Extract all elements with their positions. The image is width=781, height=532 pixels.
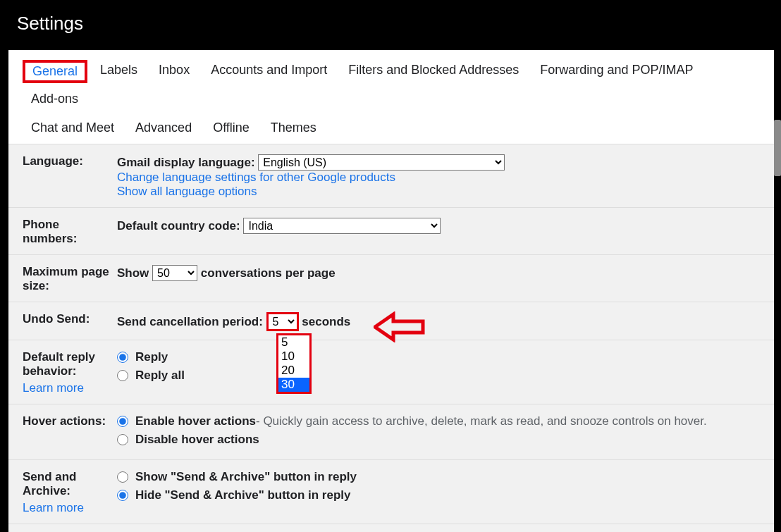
- radio-enable-hover-label: Enable hover actions: [135, 414, 256, 428]
- display-language-label: Gmail display language:: [117, 156, 255, 169]
- tabs-row-2: Chat and Meet Advanced Offline Themes: [8, 115, 774, 144]
- tab-chat-meet[interactable]: Chat and Meet: [23, 118, 123, 138]
- radio-hide-send-archive-label: Hide "Send & Archive" button in reply: [135, 488, 350, 502]
- tab-advanced[interactable]: Advanced: [127, 118, 200, 138]
- tab-labels[interactable]: Labels: [92, 60, 146, 83]
- settings-body: Language: Gmail display language: Englis…: [8, 144, 774, 532]
- tab-addons[interactable]: Add-ons: [23, 89, 87, 109]
- label-phone: Phone numbers:: [23, 218, 117, 246]
- undo-option-10[interactable]: 10: [278, 349, 309, 364]
- undo-period-dropdown-open: 5 10 20 30: [276, 333, 312, 394]
- undo-period-select[interactable]: 5: [266, 312, 299, 331]
- pagesize-select[interactable]: 50: [152, 265, 197, 281]
- settings-panel: General Labels Inbox Accounts and Import…: [8, 50, 774, 532]
- undo-option-20[interactable]: 20: [278, 364, 309, 378]
- hover-desc: - Quickly gain access to archive, delete…: [256, 414, 707, 428]
- row-default-reply: Default reply behavior: Learn more Reply…: [8, 340, 774, 404]
- row-send-archive: Send and Archive: Learn more Show "Send …: [8, 460, 774, 524]
- radio-hide-send-archive[interactable]: [117, 490, 128, 501]
- row-language: Language: Gmail display language: Englis…: [8, 144, 774, 208]
- label-send-archive: Send and Archive: Learn more: [23, 470, 117, 515]
- radio-reply[interactable]: [117, 352, 128, 363]
- show-all-languages-link[interactable]: Show all language options: [117, 185, 257, 198]
- page-title: Settings: [0, 0, 781, 50]
- tab-inbox[interactable]: Inbox: [150, 60, 198, 83]
- tab-filters-blocked[interactable]: Filters and Blocked Addresses: [340, 60, 527, 83]
- sendarchive-learn-more-link[interactable]: Learn more: [23, 501, 117, 515]
- radio-reply-label: Reply: [135, 350, 168, 364]
- label-language: Language:: [23, 154, 117, 168]
- country-code-label: Default country code:: [117, 219, 240, 233]
- radio-disable-hover-label: Disable hover actions: [135, 433, 259, 447]
- radio-enable-hover[interactable]: [117, 416, 128, 427]
- label-undo-send: Undo Send:: [23, 312, 117, 326]
- row-pagesize: Maximum page size: Show 50 conversations…: [8, 255, 774, 302]
- pagesize-suffix: conversations per page: [201, 266, 336, 280]
- radio-show-send-archive-label: Show "Send & Archive" button in reply: [135, 470, 357, 484]
- label-hover-actions: Hover actions:: [23, 414, 117, 428]
- change-language-link[interactable]: Change language settings for other Googl…: [117, 171, 395, 184]
- language-select[interactable]: English (US): [258, 154, 505, 171]
- row-phone: Phone numbers: Default country code: Ind…: [8, 208, 774, 255]
- label-pagesize: Maximum page size:: [23, 265, 117, 293]
- tab-forwarding-pop-imap[interactable]: Forwarding and POP/IMAP: [531, 60, 701, 83]
- tab-offline[interactable]: Offline: [204, 118, 258, 138]
- radio-show-send-archive[interactable]: [117, 471, 128, 483]
- row-default-text: Default text Sans Serif▼ тT▼ A▼ T✕: [8, 524, 774, 532]
- label-default-reply: Default reply behavior: Learn more: [23, 350, 117, 395]
- country-code-select[interactable]: India: [243, 218, 441, 234]
- undo-option-30[interactable]: 30: [278, 378, 309, 392]
- tabs-row-1: General Labels Inbox Accounts and Import…: [8, 50, 774, 115]
- reply-learn-more-link[interactable]: Learn more: [23, 381, 117, 395]
- annotation-arrow-icon: [374, 311, 426, 342]
- undo-option-5[interactable]: 5: [278, 335, 309, 349]
- tab-accounts-import[interactable]: Accounts and Import: [202, 60, 336, 83]
- cancel-period-label: Send cancellation period:: [117, 315, 263, 328]
- tab-themes[interactable]: Themes: [262, 118, 325, 138]
- tab-general[interactable]: General: [23, 60, 87, 83]
- scrollbar-thumb[interactable]: [774, 120, 781, 176]
- row-hover-actions: Hover actions: Enable hover actions - Qu…: [8, 404, 774, 460]
- radio-reply-all-label: Reply all: [135, 369, 185, 383]
- undo-suffix: seconds: [302, 315, 350, 328]
- radio-disable-hover[interactable]: [117, 434, 128, 445]
- radio-reply-all[interactable]: [117, 370, 128, 381]
- pagesize-show: Show: [117, 266, 149, 280]
